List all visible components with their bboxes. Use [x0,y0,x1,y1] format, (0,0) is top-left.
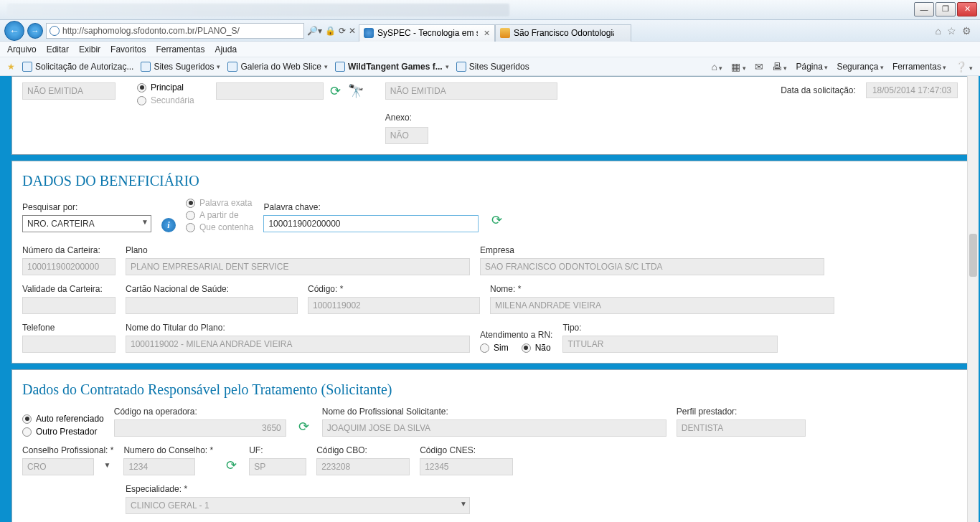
conselho-select[interactable]: CRO [22,458,94,475]
cmd-pagina[interactable]: Página [796,62,828,72]
binoculars-icon[interactable]: 🔭 [348,83,364,99]
profissional-value: JOAQUIM JOSE DA SILVA [322,419,666,437]
refresh-icon[interactable]: ⟳ [489,212,504,228]
menu-ferramentas[interactable]: Ferramentas [156,44,204,54]
fav-sites-sugeridos-2[interactable]: Sites Sugeridos [456,62,529,72]
fav-icon [141,62,151,72]
tools-gear-icon[interactable]: ⚙ [962,25,971,37]
browser-tab-1[interactable]: SySPEC - Tecnologia em sa... ✕ [359,24,495,42]
radio-icon [22,414,32,424]
window-close-button[interactable]: ✕ [957,2,977,16]
cmd-ferramentas[interactable]: Ferramentas [892,62,947,72]
num-conselho-value: 1234 [123,458,195,475]
refresh-icon[interactable]: ⟳ [223,457,239,473]
window-minimize-button[interactable]: — [914,2,934,16]
info-icon[interactable]: i [161,218,176,232]
radio-rn-sim[interactable]: Sim [480,343,509,353]
radio-icon [137,83,146,92]
page-content: NÃO EMITIDA Principal Secundária ⟳ [0,76,980,522]
cmd-print-icon[interactable]: 🖶 [772,61,788,72]
scrollbar-thumb[interactable] [969,234,977,277]
cmd-mail-icon[interactable]: ✉ [755,61,763,72]
radio-outro-prestador[interactable]: Outro Prestador [22,427,104,437]
radio-label: Palavra exata [199,198,252,208]
radio-auto-referenciado[interactable]: Auto referenciado [22,414,104,424]
nav-back-button[interactable]: ← [4,21,24,41]
numero-carteira-label: Número da Carteira: [22,245,116,255]
refresh-icon[interactable]: ⟳ [339,26,346,36]
stop-icon[interactable]: ✕ [349,26,356,36]
nome-value: MILENA ANDRADE VIEIRA [490,297,834,314]
empresa-label: Empresa [480,245,824,255]
fav-sites-sugeridos[interactable]: Sites Sugeridos [141,62,220,72]
radio-label: Outro Prestador [36,427,97,437]
refresh-icon[interactable]: ⟳ [328,83,344,99]
conselho-label: Conselho Profissional: [22,445,113,455]
profissional-label: Nome do Profissional Solicitante: [322,407,666,417]
browser-tab-2[interactable]: São Francisco Odontologia [495,24,631,42]
fav-icon [22,62,32,72]
favorites-star-icon[interactable]: ☆ [947,25,956,37]
especialidade-label: Especialidade: [126,484,470,494]
numero-guia-principal-input[interactable] [216,82,324,100]
radio-a-partir-de[interactable]: A partir de [186,210,253,220]
panel-contratado: Dados do Contratado Responsável pelo Tra… [11,369,969,522]
address-text: http://saphomolog.sfodonto.com.br/PLANO_… [62,26,301,36]
menu-editar[interactable]: Editar [47,44,69,54]
especialidade-select[interactable]: CLINICO GERAL - 1 [126,497,470,514]
uf-value: SP [249,458,306,475]
address-bar[interactable]: http://saphomolog.sfodonto.com.br/PLANO_… [46,23,304,39]
palavra-chave-input[interactable]: 100011900200000 [263,215,479,232]
fav-galeria[interactable]: Galeria do Web Slice [227,62,328,72]
cbo-label: Código CBO: [316,445,410,455]
radio-icon [522,343,531,353]
uf-label: UF: [249,445,306,455]
favorites-add-icon[interactable]: ★ [7,62,15,72]
menu-exibir[interactable]: Exibir [79,44,100,54]
home-icon[interactable]: ⌂ [936,25,941,37]
codigo-label: Código: [308,284,480,294]
fav-solicitacao[interactable]: Solicitação de Autorizaç... [22,62,133,72]
telefone-label: Telefone [22,323,116,333]
radio-icon [480,343,489,353]
plano-value: PLANO EMPRESARIAL DENT SERVICE [126,258,470,275]
cmd-help-icon[interactable]: ❔ [955,61,973,72]
radio-label: Não [535,343,551,353]
atendimento-rn-label: Atendimento a RN: [480,330,552,340]
fav-icon [456,62,466,72]
radio-principal[interactable]: Principal [137,82,194,92]
ie-icon [50,26,60,36]
window-titlebar: — ❐ ✕ [0,0,980,20]
refresh-icon[interactable]: ⟳ [296,419,312,435]
radio-rn-nao[interactable]: Não [522,343,551,353]
radio-que-contenha[interactable]: Que contenha [186,222,253,232]
tab-close-icon[interactable]: ✕ [484,29,490,38]
radio-label: Que contenha [199,222,253,232]
cmd-seguranca[interactable]: Segurança [837,62,884,72]
nav-forward-button[interactable]: → [27,23,43,39]
radio-label: A partir de [199,210,239,220]
cbo-value: 223208 [316,458,410,475]
cmd-feeds-icon[interactable]: ▦ [731,61,746,72]
menu-arquivo[interactable]: Arquivo [7,44,37,54]
guia-operadora-value: NÃO EMITIDA [385,82,557,100]
cmd-home-icon[interactable]: ⌂ [711,61,722,72]
perfil-label: Perfil prestador: [677,407,806,417]
codigo-operadora-value: 3650 [114,419,286,437]
tab-favicon-icon [364,28,374,38]
empresa-value: SAO FRANCISCO ODONTOLOGIA S/C LTDA [480,258,824,275]
menu-ajuda[interactable]: Ajuda [215,44,237,54]
vertical-scrollbar[interactable] [967,76,979,522]
favorites-bar: ★ Solicitação de Autorizaç... Sites Suge… [0,57,980,76]
search-dropdown-icon[interactable]: 🔎▾ [307,26,322,36]
codigo-value: 1000119002 [308,297,480,314]
menu-favoritos[interactable]: Favoritos [110,44,146,54]
fav-wildtangent[interactable]: WildTangent Games f... [335,62,449,72]
pesquisar-por-select[interactable]: NRO. CARTEIRA [22,215,151,232]
radio-palavra-exata[interactable]: Palavra exata [186,198,253,208]
perfil-value: DENTISTA [677,419,806,437]
radio-label: Auto referenciado [36,414,104,424]
radio-secundaria[interactable]: Secundária [137,95,194,105]
window-maximize-button[interactable]: ❐ [936,2,956,16]
menu-bar: Arquivo Editar Exibir Favoritos Ferramen… [0,42,980,57]
